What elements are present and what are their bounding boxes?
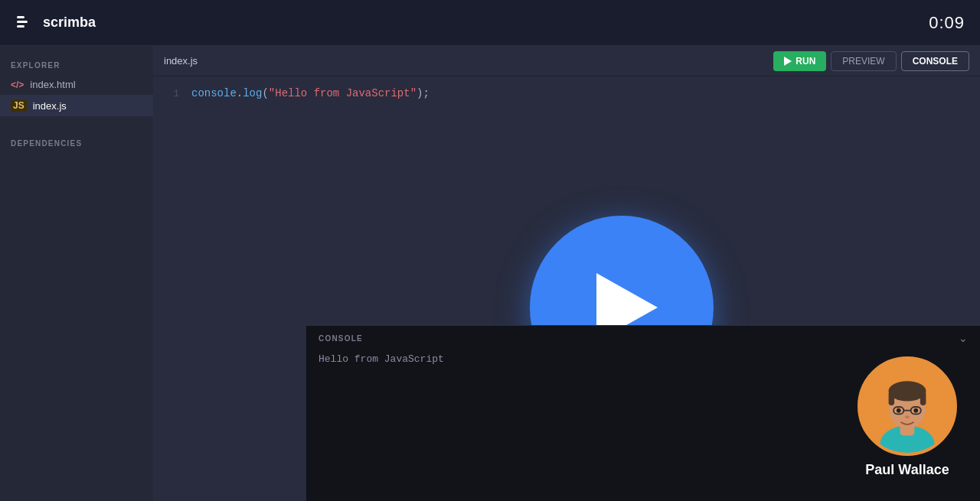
preview-button[interactable]: PREVIEW	[831, 51, 896, 71]
svg-rect-0	[17, 16, 24, 18]
code-content-1: console.log("Hello from JavaScript");	[191, 87, 430, 99]
html-file-icon: </>	[11, 80, 24, 90]
avatar	[858, 356, 957, 456]
sidebar-filename-js: index.js	[33, 100, 67, 112]
chevron-down-icon[interactable]: ⌄	[959, 332, 968, 344]
explorer-label: EXPLORER	[0, 54, 153, 74]
line-number-1: 1	[153, 88, 191, 99]
svg-rect-2	[17, 25, 24, 28]
svg-rect-10	[920, 391, 926, 405]
editor-area: index.js RUN PREVIEW CONSOLE 1	[153, 46, 980, 501]
preview-label: PREVIEW	[842, 56, 884, 67]
sidebar: EXPLORER </> index.html JS index.js DEPE…	[0, 46, 153, 501]
svg-rect-9	[889, 391, 895, 405]
editor-filename: index.js	[164, 55, 198, 67]
run-button[interactable]: RUN	[773, 51, 826, 71]
code-line-1: 1 console.log("Hello from JavaScript");	[153, 87, 980, 99]
timer: 0:09	[929, 13, 965, 33]
svg-marker-3	[784, 57, 792, 66]
console-button[interactable]: CONSOLE	[901, 51, 969, 71]
token-semi: ;	[423, 87, 429, 99]
run-icon	[784, 57, 792, 66]
js-file-icon: JS	[11, 99, 27, 112]
token-log: log	[243, 87, 262, 99]
main-layout: EXPLORER </> index.html JS index.js DEPE…	[0, 46, 980, 501]
avatar-image	[861, 356, 954, 456]
sidebar-item-index-html[interactable]: </> index.html	[0, 74, 153, 95]
logo-text: scrimba	[43, 15, 96, 31]
console-panel-header: CONSOLE ⌄	[306, 325, 980, 350]
svg-rect-1	[17, 21, 28, 23]
logo[interactable]: scrimba	[15, 10, 96, 36]
svg-point-14	[897, 408, 901, 413]
instructor-name: Paul Wallace	[865, 462, 949, 478]
navbar: scrimba 0:09	[0, 0, 980, 46]
console-panel-label: CONSOLE	[318, 334, 363, 343]
sidebar-item-index-js[interactable]: JS index.js	[0, 95, 153, 116]
console-tab-label: CONSOLE	[913, 56, 958, 67]
token-open-paren: (	[262, 87, 268, 99]
editor-toolbar: index.js RUN PREVIEW CONSOLE	[153, 46, 980, 76]
token-string: "Hello from JavaScript"	[269, 87, 416, 99]
instructor-card: Paul Wallace	[858, 356, 957, 478]
scrimba-logo-icon	[15, 10, 37, 36]
run-label: RUN	[795, 56, 815, 67]
svg-point-16	[905, 415, 910, 418]
svg-point-15	[913, 408, 918, 413]
token-console: console	[191, 87, 237, 99]
toolbar-buttons: RUN PREVIEW CONSOLE	[773, 51, 969, 71]
sidebar-filename-html: index.html	[30, 79, 75, 90]
token-dot: .	[237, 87, 243, 99]
dependencies-label: DEPENDENCIES	[0, 132, 153, 152]
